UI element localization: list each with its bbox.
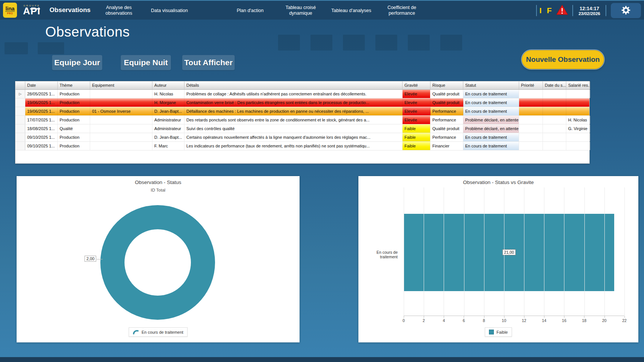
cell-theme[interactable]: Production <box>58 90 90 98</box>
cell-details[interactable]: Les indicateurs de performance (taux de … <box>184 142 403 150</box>
column-header[interactable]: Thème <box>58 81 90 89</box>
cell-salarie[interactable] <box>566 107 590 115</box>
tout-afficher-button[interactable]: Tout Afficher <box>182 55 235 70</box>
cell-risque[interactable]: Qualité produit <box>430 90 463 98</box>
cell-theme[interactable]: Production <box>58 116 90 124</box>
cell-auteur[interactable]: D. Jean-Bapt... <box>152 133 184 141</box>
column-header[interactable]: Gravité <box>403 81 430 89</box>
cell-statut[interactable]: Problème déclaré, en attente ... <box>463 124 519 133</box>
cell-date-suivi[interactable] <box>543 98 566 107</box>
cell-details[interactable]: Des retards ponctuels sont observés entr… <box>184 116 403 124</box>
cell-auteur[interactable]: F. Marc <box>152 142 184 150</box>
cell-priorite[interactable] <box>519 124 543 133</box>
cell-equipement[interactable]: 01 - Osmose Inverse <box>90 107 152 115</box>
cell-auteur[interactable]: Administrateur <box>152 116 184 124</box>
cell-gravite[interactable]: Elevée <box>403 116 430 124</box>
cell-theme[interactable]: Production <box>58 98 90 107</box>
table-row[interactable]: 09/10/2025 1...ProductionD. Jean-Bapt...… <box>15 133 589 142</box>
row-expander[interactable]: ▷ <box>15 90 25 98</box>
cell-theme[interactable]: Qualité <box>58 124 90 133</box>
cell-date-suivi[interactable] <box>543 107 566 115</box>
cell-date-suivi[interactable] <box>543 90 566 98</box>
cell-date-suivi[interactable] <box>543 142 566 150</box>
table-row[interactable]: ▷28/05/2025 1...ProductionH. NicolasProb… <box>15 90 589 98</box>
cell-risque[interactable]: Performance <box>430 107 463 115</box>
cell-auteur[interactable]: H. Morgane <box>152 98 184 107</box>
cell-theme[interactable]: Production <box>58 133 90 141</box>
column-header[interactable]: Date du s... <box>543 81 566 89</box>
cell-date-suivi[interactable] <box>543 133 566 141</box>
cell-date-suivi[interactable] <box>543 116 566 124</box>
cell-risque[interactable]: Performance <box>430 116 463 124</box>
cell-equipement[interactable] <box>90 133 152 141</box>
cell-statut[interactable]: Problème déclaré, en attente ... <box>463 116 519 124</box>
table-row[interactable]: 18/08/2025 1...QualitéAdministrateurSuiv… <box>15 124 589 133</box>
cell-details[interactable]: Contamination verre brisé : Des particul… <box>184 98 403 107</box>
bar-legend[interactable]: Faible <box>485 327 512 337</box>
nav-tableau-analyses[interactable]: Tableau d'analyses <box>329 8 374 14</box>
nav-data-visualisation[interactable]: Data visualisation <box>147 8 192 14</box>
cell-details[interactable]: Défaillance des machines : Les machines … <box>184 107 403 115</box>
equipe-nuit-button[interactable]: Equipe Nuit <box>121 55 171 70</box>
cell-priorite[interactable] <box>519 116 543 124</box>
row-expander[interactable] <box>15 98 25 107</box>
nav-tableau-croise-dynamique[interactable]: Tableau croisé dynamique <box>278 5 323 16</box>
row-expander[interactable] <box>15 107 25 115</box>
cell-date[interactable]: 09/10/2025 1... <box>25 142 58 150</box>
cell-risque[interactable]: Financier <box>430 142 463 150</box>
cell-priorite[interactable] <box>519 90 543 98</box>
cell-risque[interactable]: Performance <box>430 133 463 141</box>
cell-theme[interactable]: Production <box>58 142 90 150</box>
row-expander[interactable] <box>15 133 25 141</box>
cell-gravite[interactable]: Faible <box>403 133 430 141</box>
cell-details[interactable]: Suivi des contrôles qualité <box>184 124 403 133</box>
table-row[interactable]: 19/06/2025 1...Production01 - Osmose Inv… <box>15 107 589 116</box>
cell-auteur[interactable]: Administrateur <box>152 124 184 133</box>
column-header[interactable]: Equipement <box>90 81 152 89</box>
cell-statut[interactable]: En cours de traitement <box>463 133 519 141</box>
cell-date[interactable]: 19/06/2025 1... <box>25 98 58 107</box>
cell-equipement[interactable] <box>90 90 152 98</box>
cell-priorite[interactable] <box>519 98 543 107</box>
cell-gravite[interactable]: Elevée <box>403 90 430 98</box>
cell-gravite[interactable]: Elevée <box>403 98 430 107</box>
cell-details[interactable]: Problèmes de collage : Adhésifs utilisés… <box>184 90 403 98</box>
cell-details[interactable]: Certains opérateurs nouvellement affecté… <box>184 133 403 141</box>
column-header[interactable]: Date <box>25 81 58 89</box>
cell-salarie[interactable] <box>566 142 590 150</box>
indicator-i[interactable]: I <box>539 6 542 15</box>
cell-salarie[interactable]: H. Nicolas <box>566 116 590 124</box>
nav-coefficient-performance[interactable]: Coefficient de performance <box>379 5 424 16</box>
column-header[interactable]: Auteur <box>152 81 184 89</box>
cell-date[interactable]: 18/08/2025 1... <box>25 124 58 133</box>
cell-statut[interactable]: En cours de traitement <box>463 107 519 115</box>
cell-statut[interactable]: En cours de traitement <box>463 98 519 107</box>
cell-salarie[interactable] <box>566 98 590 107</box>
cell-salarie[interactable] <box>566 90 590 98</box>
cell-gravite[interactable]: Faible <box>403 124 430 133</box>
cell-gravite[interactable]: Elevée <box>403 107 430 115</box>
cell-date[interactable]: 17/07/2025 1... <box>25 116 58 124</box>
donut-ring[interactable] <box>99 204 216 321</box>
nav-analyse-observations[interactable]: Analyse des observations <box>96 5 141 16</box>
cell-date[interactable]: 09/10/2025 1... <box>25 133 58 141</box>
table-row[interactable]: 17/07/2025 1...ProductionAdministrateurD… <box>15 116 589 124</box>
column-header[interactable]: Priorité <box>519 81 543 89</box>
column-header[interactable]: Statut <box>463 81 519 89</box>
cell-priorite[interactable] <box>519 107 543 115</box>
cell-equipement[interactable] <box>90 142 152 150</box>
cell-equipement[interactable] <box>90 98 152 107</box>
donut-legend[interactable]: En cours de traitement <box>129 327 188 337</box>
cell-priorite[interactable] <box>519 133 543 141</box>
nouvelle-observation-button[interactable]: Nouvelle Observation <box>522 50 604 69</box>
cell-equipement[interactable] <box>90 124 152 133</box>
cell-statut[interactable]: En cours de traitement <box>463 142 519 150</box>
row-expander[interactable] <box>15 142 25 150</box>
cell-risque[interactable]: Qualité produit <box>430 124 463 133</box>
cell-date-suivi[interactable] <box>543 124 566 133</box>
column-header[interactable]: Détails <box>184 81 403 89</box>
cell-theme[interactable]: Production <box>58 107 90 115</box>
cell-gravite[interactable]: Faible <box>403 142 430 150</box>
table-row[interactable]: 19/06/2025 1...ProductionH. MorganeConta… <box>15 98 589 107</box>
settings-button[interactable] <box>611 3 641 18</box>
